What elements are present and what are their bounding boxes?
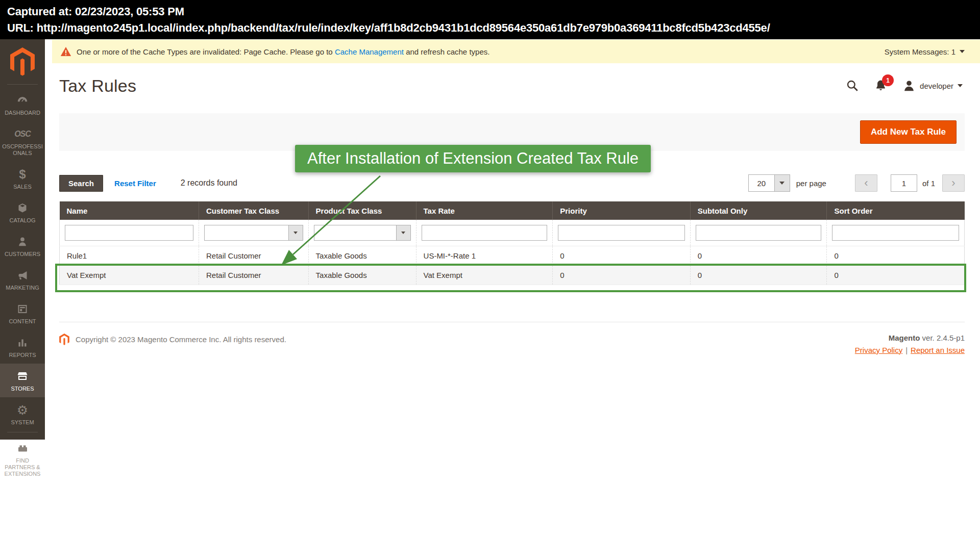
sidebar-item-label: CUSTOMERS (5, 251, 40, 258)
sidebar-item-content[interactable]: CONTENT (0, 296, 45, 330)
column-header-product-tax-class[interactable]: Product Tax Class (308, 201, 416, 220)
filter-row (60, 220, 965, 246)
column-header-customer-tax-class[interactable]: Customer Tax Class (199, 201, 309, 220)
dollar-icon: $ (19, 167, 26, 182)
per-page-value: 20 (749, 175, 774, 191)
records-found-text: 2 records found (181, 178, 237, 188)
sidebar-item-find-partners[interactable]: FIND PARTNERS & EXTENSIONS (0, 435, 45, 482)
column-header-priority[interactable]: Priority (553, 201, 690, 220)
sidebar-item-oscprofessionals[interactable]: OSC OSCPROFESSIONALS (0, 121, 45, 162)
grid-controls-row: Search Reset Filter 2 records found 20 p… (59, 174, 965, 192)
sidebar-item-label: FIND PARTNERS & EXTENSIONS (1, 457, 44, 477)
osc-logo-icon: OSC (14, 127, 31, 141)
gauge-icon (16, 93, 29, 108)
sidebar-item-label: CONTENT (9, 318, 36, 325)
sidebar-divider (7, 432, 38, 432)
name-filter-input[interactable] (65, 225, 193, 241)
gear-icon: ⚙ (17, 403, 28, 417)
admin-sidebar: DASHBOARD OSC OSCPROFESSIONALS $ SALES C… (0, 39, 45, 440)
megaphone-icon (16, 268, 29, 283)
notification-count-badge: 1 (882, 74, 894, 86)
user-name: developer (920, 82, 953, 90)
copyright-text: Copyright © 2023 Magento Commerce Inc. A… (76, 335, 286, 344)
tax-rate-filter-input[interactable] (422, 225, 548, 241)
per-page-label: per page (796, 179, 826, 188)
search-button[interactable] (846, 79, 859, 92)
priority-filter-input[interactable] (558, 225, 684, 241)
column-header-tax-rate[interactable]: Tax Rate (416, 201, 553, 220)
chevron-down-icon (774, 175, 790, 191)
add-new-tax-rule-button[interactable]: Add New Tax Rule (860, 120, 957, 144)
sidebar-item-label: CATALOG (10, 217, 36, 224)
page-footer: Copyright © 2023 Magento Commerce Inc. A… (59, 322, 965, 354)
sidebar-item-label: STORES (11, 386, 34, 392)
system-messages-label: System Messages: 1 (885, 47, 955, 56)
report-issue-link[interactable]: Report an Issue (911, 346, 965, 354)
box-icon (16, 201, 29, 215)
user-account-menu[interactable]: developer (902, 79, 963, 92)
sidebar-item-label: REPORTS (9, 352, 36, 358)
magento-logo[interactable] (0, 39, 45, 83)
user-icon (902, 79, 916, 92)
search-icon (846, 79, 859, 92)
captured-url-text: URL: http://magento245p1.local/index.php… (7, 20, 980, 36)
subtotal-only-filter-input[interactable] (696, 225, 822, 241)
sort-order-filter-input[interactable] (832, 225, 959, 241)
chevron-down-icon (960, 50, 965, 53)
pager: 20 per page ‹ of 1 › (748, 174, 965, 192)
sidebar-item-label: SYSTEM (11, 419, 34, 426)
annotation-callout: After Installation of Extension Created … (295, 145, 651, 172)
cache-notice-bar: One or more of the Cache Types are inval… (52, 40, 980, 63)
bar-chart-icon (16, 336, 29, 350)
cache-management-link[interactable]: Cache Management (335, 47, 404, 56)
column-header-name[interactable]: Name (60, 201, 199, 220)
system-messages-dropdown[interactable]: System Messages: 1 (885, 47, 965, 56)
captured-at-text: Captured at: 02/23/2023, 05:53 PM (7, 4, 980, 20)
column-header-sort-order[interactable]: Sort Order (827, 201, 965, 220)
customer-tax-class-filter-select[interactable] (204, 225, 303, 241)
next-page-button[interactable]: › (942, 174, 965, 192)
chevron-down-icon (288, 225, 303, 240)
sidebar-item-label: SALES (13, 184, 31, 190)
sidebar-item-marketing[interactable]: MARKETING (0, 263, 45, 296)
cache-notice-message: One or more of the Cache Types are inval… (77, 47, 489, 56)
sidebar-item-customers[interactable]: CUSTOMERS (0, 229, 45, 263)
page-header: Tax Rules 1 (45, 63, 980, 108)
per-page-select[interactable]: 20 (748, 174, 790, 192)
tax-rules-table: Name Customer Tax Class Product Tax Clas… (59, 201, 965, 285)
person-icon (17, 235, 28, 249)
grid-search-button[interactable]: Search (59, 175, 103, 192)
previous-page-button[interactable]: ‹ (855, 174, 877, 192)
sidebar-item-catalog[interactable]: CATALOG (0, 195, 45, 229)
layout-icon (16, 302, 29, 316)
product-tax-class-filter-select[interactable] (314, 225, 411, 241)
sidebar-item-system[interactable]: ⚙ SYSTEM (0, 397, 45, 431)
chevron-down-icon (396, 225, 410, 240)
warning-icon (60, 46, 71, 57)
notifications-button[interactable]: 1 (874, 79, 887, 92)
brick-icon (16, 441, 29, 455)
column-header-subtotal-only[interactable]: Subtotal Only (690, 201, 827, 220)
sidebar-item-stores[interactable]: STORES (0, 364, 45, 397)
main-content: One or more of the Cache Types are inval… (45, 39, 980, 538)
sidebar-divider (7, 84, 38, 85)
sidebar-item-label: MARKETING (6, 285, 39, 291)
reset-filter-link[interactable]: Reset Filter (114, 179, 156, 188)
capture-info-bar: Captured at: 02/23/2023, 05:53 PM URL: h… (0, 0, 980, 39)
sidebar-item-sales[interactable]: $ SALES (0, 162, 45, 195)
total-pages-label: of 1 (922, 179, 935, 188)
page-title: Tax Rules (59, 76, 136, 96)
sidebar-item-dashboard[interactable]: DASHBOARD (0, 88, 45, 121)
storefront-icon (16, 369, 29, 383)
sidebar-item-reports[interactable]: REPORTS (0, 330, 45, 364)
chevron-down-icon (958, 84, 963, 87)
table-row-rule1[interactable]: Rule1 Retail Customer Taxable Goods US-M… (60, 246, 965, 265)
table-header-row: Name Customer Tax Class Product Tax Clas… (60, 201, 965, 220)
magento-footer-logo-icon (59, 334, 69, 345)
version-text: Magento ver. 2.4.5-p1 (855, 334, 965, 342)
privacy-policy-link[interactable]: Privacy Policy (855, 346, 902, 354)
table-row-vat-exempt[interactable]: Vat Exempt Retail Customer Taxable Goods… (60, 265, 965, 285)
tax-rules-grid: Search Reset Filter 2 records found 20 p… (45, 174, 980, 285)
page-number-input[interactable] (891, 174, 917, 192)
magento-logo-icon (10, 47, 35, 76)
